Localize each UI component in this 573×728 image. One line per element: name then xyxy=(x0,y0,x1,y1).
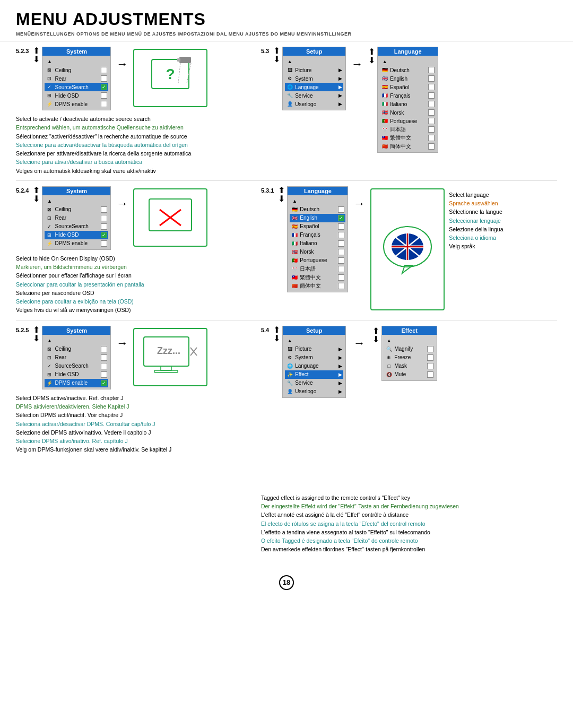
check-rear-525 xyxy=(101,354,107,361)
arrow-54: → xyxy=(348,336,370,350)
menu-item-54-nav[interactable]: ▲ xyxy=(285,336,343,345)
check-freeze xyxy=(427,354,433,361)
svg-rect-19 xyxy=(161,366,171,370)
menu-item-rear-524[interactable]: ⊡ Rear xyxy=(45,214,108,222)
menu-item-norsk[interactable]: 🇳🇴 Norsk xyxy=(380,108,436,117)
section-524-top: 5.2.4 ⬆⬇ System ▲ ⊠ Ceiling xyxy=(16,186,261,250)
menu-item-userlogo-53[interactable]: 👤 Userlogo ▶ xyxy=(285,100,343,108)
menu-item-dpms-524[interactable]: ⚡ DPMS enable xyxy=(45,239,108,248)
arrow-picture-53: ▶ xyxy=(338,67,342,73)
menu-item[interactable]: ▲ xyxy=(45,57,108,66)
menu-item-magnify[interactable]: 🔍 Magnify xyxy=(384,345,435,353)
menu-item-531-italiano[interactable]: 🇮🇹 Italiano xyxy=(290,239,345,248)
check-norsk xyxy=(428,109,435,116)
menu-item-lang-nav[interactable]: ▲ xyxy=(380,57,436,66)
up-icon-53: ▲ xyxy=(286,58,293,65)
check-espanol xyxy=(428,84,435,90)
check-ceiling xyxy=(101,67,107,73)
menu-item-system-53[interactable]: ⚙ System ▶ xyxy=(285,74,343,83)
menu-item-service-54[interactable]: 🔧 Service ▶ xyxy=(285,379,343,387)
menu-item-picture-54[interactable]: 🖼 Picture ▶ xyxy=(285,345,343,353)
page-footer: 18 xyxy=(0,570,573,595)
menu-item-531-norsk[interactable]: 🇳🇴 Norsk xyxy=(290,248,345,256)
menu-item-japanese[interactable]: 🎌 日本語 xyxy=(380,125,436,134)
menu-item-language-54[interactable]: 🌐 Language ▶ xyxy=(285,362,343,370)
flag-de: 🇩🇪 xyxy=(381,66,388,74)
menu-panel-header-524: System xyxy=(42,187,110,195)
menu-item-hideosd-525[interactable]: ⊞ Hide OSD xyxy=(45,370,108,379)
hideosd-icon-524: ⊞ xyxy=(46,231,53,239)
up-icon-effect: ▲ xyxy=(385,337,393,344)
menu-item-hideosd[interactable]: ⊞ Hide OSD xyxy=(45,91,108,100)
flag-tw: 🇹🇼 xyxy=(381,134,388,142)
menu-item-mute[interactable]: 🔇 Mute xyxy=(384,370,435,379)
menu-item-espanol[interactable]: 🇪🇸 Español xyxy=(380,83,436,91)
check-japanese xyxy=(428,126,435,133)
menu-item-531-simp-chinese[interactable]: 🇨🇳 簡体中文 xyxy=(290,282,345,290)
menu-item-english[interactable]: 🇬🇧 English xyxy=(380,74,436,83)
menu-item-mask[interactable]: □ Mask xyxy=(384,362,435,370)
desc-54: Tagged effect is assigned to the remote … xyxy=(261,493,459,554)
menu-item-hideosd-524[interactable]: ⊞ Hide OSD ✓ xyxy=(45,231,108,239)
menu-item-trad-chinese[interactable]: 🇹🇼 繁體中文 xyxy=(380,134,436,142)
illus-svg-523: ? xyxy=(141,54,199,102)
menu-panel-body-525: ▲ ⊠ Ceiling ⊡ Rear xyxy=(42,335,110,389)
menu-item-userlogo-54[interactable]: 👤 Userlogo ▶ xyxy=(285,387,343,396)
sourcesearch-icon-525: ✓ xyxy=(46,362,53,370)
menu-item-picture-53[interactable]: 🖼 Picture ▶ xyxy=(285,66,343,74)
menu-item-rear-525[interactable]: ⊡ Rear xyxy=(45,353,108,362)
menu-item-effect-nav[interactable]: ▲ xyxy=(384,336,435,345)
menu-item-53-nav[interactable]: ▲ xyxy=(285,57,343,66)
check-531-trad-chinese xyxy=(338,274,344,281)
menu-item-531-deutsch[interactable]: 🇩🇪 Deutsch xyxy=(290,205,345,214)
menu-item-dpms[interactable]: ⚡ DPMS enable xyxy=(45,100,108,108)
menu-item-ceiling[interactable]: ⊠ Ceiling xyxy=(45,66,108,74)
menu-item-simp-chinese[interactable]: 🇨🇳 簡体中文 xyxy=(380,142,436,151)
check-english xyxy=(428,75,435,82)
menu-item-531-japanese[interactable]: 🎌 日本語 xyxy=(290,265,345,273)
menu-item-531-espanol[interactable]: 🇪🇸 Español xyxy=(290,222,345,231)
arrow-524: → xyxy=(111,197,133,211)
menu-item-dpms-525[interactable]: ⚡ DPMS enable ✓ xyxy=(45,379,108,387)
menu-item-freeze[interactable]: ❄ Freeze xyxy=(384,353,435,362)
menu-item-ceiling-524[interactable]: ⊠ Ceiling xyxy=(45,205,108,214)
menu-item-531-english[interactable]: 🇬🇧 English ✓ xyxy=(290,214,345,222)
menu-item-sourcesearch-525[interactable]: ✓ SourceSearch xyxy=(45,362,108,370)
flag-531-no: 🇳🇴 xyxy=(291,248,298,256)
menu-item-rear[interactable]: ⊡ Rear xyxy=(45,74,108,83)
menu-item-language-53[interactable]: 🌐 Language ▶ xyxy=(285,83,343,91)
menu-panel-524: System ▲ ⊠ Ceiling ⊡ xyxy=(42,186,111,250)
menu-item-524-nav[interactable]: ▲ xyxy=(45,197,108,205)
dpms-icon-524: ⚡ xyxy=(46,240,53,247)
hideosd-icon-525: ⊞ xyxy=(46,371,53,378)
menu-item-531-portuguese[interactable]: 🇵🇹 Portuguese xyxy=(290,256,345,265)
check-magnify xyxy=(427,346,433,352)
menu-item-italiano[interactable]: 🇮🇹 Italiano xyxy=(380,100,436,108)
menu-item-deutsch[interactable]: 🇩🇪 Deutsch xyxy=(380,66,436,74)
menu-panel-language: Language ▲ 🇩🇪 Deutsch 🇬🇧 xyxy=(377,47,438,153)
menu-item-531-francais[interactable]: 🇫🇷 Français xyxy=(290,231,345,239)
menu-item-service-53[interactable]: 🔧 Service ▶ xyxy=(285,91,343,100)
menu-item-effect-54[interactable]: ✨ Effect ▶ xyxy=(285,370,343,379)
section-524: 5.2.4 ⬆⬇ System ▲ ⊠ Ceiling xyxy=(16,186,261,315)
menu-item-525-nav[interactable]: ▲ xyxy=(45,336,108,345)
check-francais xyxy=(428,92,435,99)
arrow-53: → xyxy=(346,57,368,71)
menu-item-531-trad-chinese[interactable]: 🇹🇼 繁體中文 xyxy=(290,273,345,282)
menu-item-sourcesearch-524[interactable]: ✓ SourceSearch xyxy=(45,222,108,231)
page-title: MENU ADJUSTMENTS xyxy=(16,10,557,29)
menu-item-531-nav[interactable]: ▲ xyxy=(290,197,345,205)
flag-531-tw: 🇹🇼 xyxy=(291,274,298,281)
check-sourcesearch-525 xyxy=(101,363,107,369)
menu-item-system-54[interactable]: ⚙ System ▶ xyxy=(285,353,343,362)
menu-panel-header-effect: Effect xyxy=(382,326,437,335)
menu-item-sourcesearch[interactable]: ✓ SourceSearch ✓ xyxy=(45,83,108,91)
picture-icon-54: 🖼 xyxy=(286,345,293,353)
menu-item-ceiling-525[interactable]: ⊠ Ceiling xyxy=(45,345,108,353)
flag-no: 🇳🇴 xyxy=(381,109,388,116)
menu-item-francais[interactable]: 🇫🇷 Français xyxy=(380,91,436,100)
section-523-top: 5.2.3 ⬆⬇ System ▲ ⊠ Ceiling xyxy=(16,47,261,110)
menu-item-portuguese[interactable]: 🇵🇹 Portuguese xyxy=(380,117,436,125)
section-number-54: 5.4 xyxy=(261,327,269,333)
menu-panel-body-language: ▲ 🇩🇪 Deutsch 🇬🇧 English xyxy=(378,56,438,152)
